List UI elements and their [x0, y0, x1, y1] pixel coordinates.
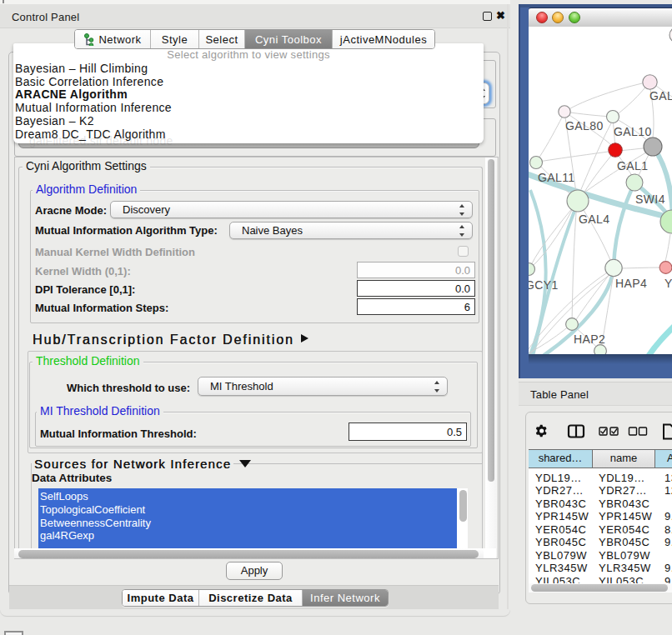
svg-text:GAL11: GAL11: [538, 171, 575, 184]
svg-text:GAL1: GAL1: [617, 159, 648, 172]
svg-text:HAP2: HAP2: [574, 332, 605, 346]
svg-text:HAP4: HAP4: [615, 277, 647, 290]
svg-text:GAL80: GAL80: [565, 119, 604, 132]
svg-text:GAL4: GAL4: [579, 212, 609, 226]
svg-text:GAL10: GAL10: [614, 125, 652, 138]
svg-text:GAL7: GAL7: [649, 89, 672, 102]
svg-text:GCY1: GCY1: [529, 278, 559, 292]
svg-text:YE: YE: [664, 277, 672, 290]
svg-text:SWI4: SWI4: [635, 192, 665, 206]
